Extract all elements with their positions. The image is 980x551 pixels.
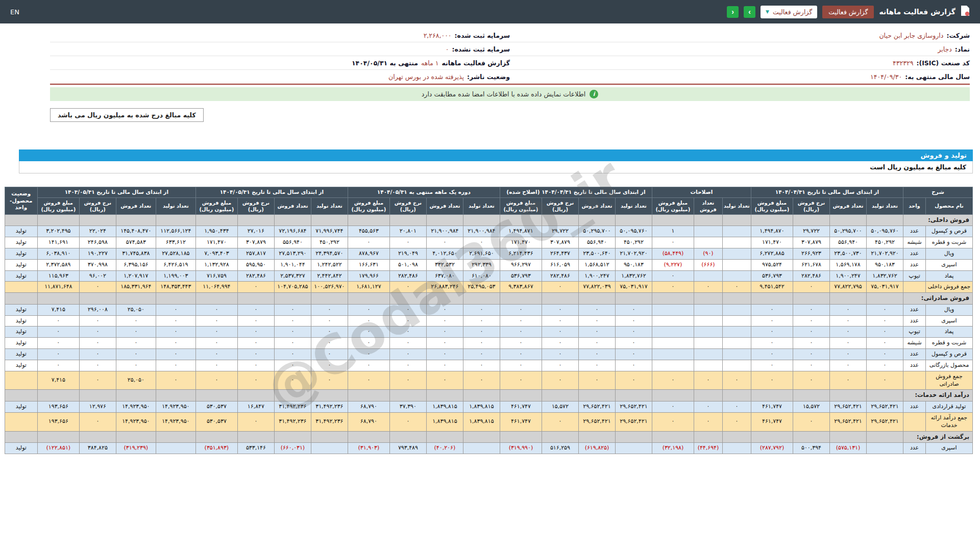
value-cell: ۹,۳۸۳,۸۶۷ bbox=[500, 282, 542, 293]
value-cell: ۰ bbox=[830, 349, 867, 360]
empty-cell bbox=[79, 431, 116, 443]
negative-value: (۴۰,۲۰۶) bbox=[434, 444, 456, 451]
value-cell bbox=[722, 226, 751, 237]
value-cell: ۳۱,۷۴۵,۸۳۸ bbox=[116, 248, 156, 259]
value-cell bbox=[652, 360, 694, 371]
value-cell: ۷۵,۰۳۱,۹۱۷ bbox=[867, 282, 903, 293]
product-row: قرص و کپسولعدد۰۰۰۰۰۰۰۰۰۰۰۰۰۰۰۰۰۰۰۰تولید bbox=[5, 349, 972, 360]
unit-note-wrap: کلیه مبالغ درج شده به میلیون ریال می باش… bbox=[50, 108, 970, 122]
empty-cell bbox=[116, 390, 156, 402]
value-cell: ۵۰۰,۳۹۴ bbox=[793, 443, 830, 454]
value-cell: ۰ bbox=[156, 304, 195, 315]
value-cell bbox=[867, 443, 903, 454]
value-cell: ۵۳۰,۵۳۷ bbox=[195, 402, 237, 413]
empty-cell bbox=[722, 293, 751, 305]
value-cell: ۱,۸۳۹,۸۱۵ bbox=[463, 412, 500, 431]
value-cell: ۳۸۴,۸۲۵ bbox=[79, 443, 116, 454]
empty-cell bbox=[426, 214, 463, 226]
value-cell: ۰ bbox=[793, 304, 830, 315]
empty-cell bbox=[389, 214, 426, 226]
value-cell: ۰ bbox=[542, 338, 578, 349]
value-cell: ۰ bbox=[722, 402, 751, 413]
value-cell: ۵۵۶,۹۴۰ bbox=[578, 237, 615, 248]
report-type-dropdown[interactable]: گزارش فعالیت ▼ bbox=[761, 6, 817, 18]
value-cell: ۰ bbox=[793, 412, 830, 431]
value-cell: ۰ bbox=[274, 371, 311, 390]
column-header: تعداد تولید bbox=[867, 197, 903, 214]
value-cell: ۱۵,۵۷۲ bbox=[793, 402, 830, 413]
value-cell: ۰ bbox=[195, 327, 237, 338]
value-cell: ۳۱,۴۹۲,۲۳۶ bbox=[274, 412, 311, 431]
amounts-unit-line: کلیه مبالغ به میلیون ریال است bbox=[19, 161, 973, 173]
empty-cell bbox=[426, 390, 463, 402]
status-cell: تولید bbox=[5, 237, 37, 248]
value-cell bbox=[652, 349, 694, 360]
previous-report-button[interactable]: › bbox=[727, 6, 739, 18]
product-name-cell: شربت و قطره bbox=[926, 237, 973, 248]
value-cell: ۰ bbox=[463, 237, 500, 248]
column-group-header: دوره یک ماهه منتهی به ۱۴۰۴/۰۵/۳۱ bbox=[348, 187, 500, 198]
empty-cell bbox=[463, 390, 500, 402]
unit-cell: عدد bbox=[903, 259, 926, 270]
value-cell: ۵۳۶,۷۹۳ bbox=[500, 270, 542, 282]
chevron-down-icon: ▼ bbox=[766, 9, 769, 14]
info-value: دجابر bbox=[938, 45, 951, 53]
empty-cell bbox=[116, 214, 156, 226]
value-cell: ۱۹۳,۶۵۶ bbox=[37, 402, 79, 413]
empty-cell bbox=[389, 390, 426, 402]
empty-cell bbox=[615, 390, 652, 402]
product-row: شربت و قطرهشیشه۴۵۰,۲۹۲۵۵۶,۹۴۰۳۰۷,۸۷۹۱۷۱,… bbox=[5, 237, 972, 248]
info-icon: i bbox=[590, 90, 598, 98]
value-cell: ۰ bbox=[542, 315, 578, 327]
section-label: فروش صادراتی: bbox=[903, 293, 973, 305]
value-cell bbox=[652, 327, 694, 338]
value-cell: ۲۲,۰۲۴ bbox=[79, 226, 116, 237]
empty-cell bbox=[311, 214, 348, 226]
value-cell: ۰ bbox=[389, 360, 426, 371]
value-cell: ۹۶,۰۰۲ bbox=[79, 270, 116, 282]
value-cell: ۰ bbox=[867, 371, 903, 390]
value-cell: ۰ bbox=[389, 371, 426, 390]
empty-cell bbox=[5, 431, 37, 443]
value-cell: (۳۱۹,۲۳۹) bbox=[116, 443, 156, 454]
product-row: تولید قراردادیعدد۲۹,۶۵۲,۴۲۱۲۹,۶۵۲,۴۲۱۱۵,… bbox=[5, 402, 972, 413]
value-cell: ۴۶۱,۷۴۷ bbox=[751, 412, 793, 431]
empty-cell bbox=[463, 431, 500, 443]
next-report-button[interactable]: ‹ bbox=[744, 6, 755, 18]
language-toggle[interactable]: EN bbox=[10, 8, 19, 16]
value-cell: ۰ bbox=[867, 349, 903, 360]
value-cell: ۲۶,۸۸۳,۲۴۶ bbox=[426, 282, 463, 293]
value-cell: (۳۱۹,۹۹۰) bbox=[500, 443, 542, 454]
value-cell: ۰ bbox=[116, 360, 156, 371]
value-cell: ۰ bbox=[500, 327, 542, 338]
total-row: جمع فروش داخلی۷۵,۰۳۱,۹۱۷۷۷,۸۲۲,۷۹۵۰۹,۴۵۱… bbox=[5, 282, 972, 293]
value-cell: ۰ bbox=[195, 315, 237, 327]
value-cell: (۴۴,۶۹۴) bbox=[694, 443, 722, 454]
value-cell: ۰ bbox=[578, 315, 615, 327]
value-cell: ۴۶۱,۷۴۷ bbox=[751, 402, 793, 413]
value-cell: ۳,۲۰۲,۴۹۵ bbox=[37, 226, 79, 237]
value-cell: ۲,۵۳۷,۳۲۷ bbox=[274, 270, 311, 282]
value-cell: ۱۱,۸۷۱,۶۴۸ bbox=[37, 282, 79, 293]
value-cell: ۰ bbox=[426, 315, 463, 327]
value-cell: ۵۰,۰۹۵,۷۶۰ bbox=[615, 226, 652, 237]
empty-cell bbox=[793, 431, 830, 443]
product-name-cell: پماد bbox=[926, 327, 973, 338]
value-cell: ۲۸۲,۴۸۶ bbox=[237, 270, 274, 282]
column-header: مبلغ فروش (میلیون ریال) bbox=[348, 197, 389, 214]
value-cell: ۰ bbox=[389, 237, 426, 248]
value-cell: ۲۹,۶۵۲,۴۲۱ bbox=[615, 402, 652, 413]
negative-value: (۶۶۰,۰۳۱) bbox=[281, 444, 305, 451]
column-group-header: از ابتدای سال مالی تا تاریخ ۱۴۰۴/۰۴/۳۱ (… bbox=[500, 187, 652, 198]
value-cell: ۰ bbox=[274, 315, 311, 327]
topbar-right-group: گزارش فعالیت ماهانه گزارش فعالیت گزارش ف… bbox=[727, 5, 970, 18]
info-value: ۱ ماهه bbox=[421, 59, 439, 67]
value-cell: ۰ bbox=[578, 371, 615, 390]
company-info-row: شرکت:داروسازی جابر ابن حیان bbox=[510, 29, 970, 42]
value-cell: ۰ bbox=[37, 360, 79, 371]
value-cell: ۰ bbox=[694, 412, 722, 431]
value-cell: (۶۶۰,۰۳۱) bbox=[274, 443, 311, 454]
report-document-icon bbox=[961, 5, 970, 18]
value-cell: (۶۶۶) bbox=[694, 259, 722, 270]
value-cell: ۲۹۶,۰۰۸ bbox=[79, 304, 116, 315]
